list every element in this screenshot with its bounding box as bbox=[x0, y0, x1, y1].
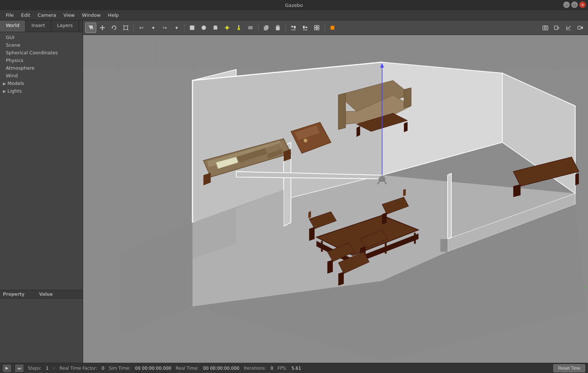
minimize-button[interactable]: – bbox=[563, 1, 570, 8]
menubar: File Edit Camera View Window Help bbox=[0, 10, 588, 20]
tree-item-physics[interactable]: Physics bbox=[0, 57, 83, 64]
tab-layers[interactable]: Layers bbox=[51, 20, 79, 32]
svg-marker-124 bbox=[403, 189, 406, 196]
toolbar-right bbox=[540, 23, 586, 33]
cylinder-button[interactable] bbox=[210, 23, 221, 33]
svg-marker-126 bbox=[327, 260, 333, 274]
sep1 bbox=[133, 24, 134, 32]
svg-line-10 bbox=[123, 30, 124, 30]
close-button[interactable]: ✕ bbox=[579, 1, 586, 8]
left-panel: World Insert Layers GUI Scene Spherical … bbox=[0, 20, 83, 363]
tree-item-models[interactable]: ▶Models bbox=[0, 79, 83, 87]
svg-line-9 bbox=[128, 25, 128, 26]
svg-marker-90 bbox=[448, 174, 451, 239]
svg-marker-6 bbox=[112, 28, 113, 29]
svg-rect-30 bbox=[291, 26, 293, 27]
svg-rect-29 bbox=[277, 25, 279, 27]
undo-button[interactable]: ↩ bbox=[136, 23, 147, 33]
point-light-button[interactable] bbox=[222, 23, 233, 33]
redo-button[interactable]: ↪ bbox=[159, 23, 170, 33]
world-tree: GUI Scene Spherical Coordinates Physics … bbox=[0, 32, 83, 290]
svg-marker-133 bbox=[575, 173, 579, 186]
tree-item-lights[interactable]: ▶Lights bbox=[0, 87, 83, 95]
menu-camera[interactable]: Camera bbox=[34, 11, 60, 19]
svg-marker-2 bbox=[102, 25, 103, 26]
sphere-button[interactable] bbox=[198, 23, 209, 33]
undo-dropdown-button[interactable]: ▾ bbox=[148, 23, 159, 33]
arrow-icon-models: ▶ bbox=[3, 81, 6, 86]
svg-marker-96 bbox=[404, 88, 411, 108]
titlebar: Gazebo – □ ✕ bbox=[0, 0, 588, 10]
sep3 bbox=[258, 24, 258, 32]
svg-marker-3 bbox=[102, 29, 103, 30]
steps-label: Steps: bbox=[28, 366, 42, 371]
maximize-button[interactable]: □ bbox=[571, 1, 578, 8]
copy-button[interactable] bbox=[261, 23, 272, 33]
svg-marker-142 bbox=[440, 239, 448, 252]
align-button[interactable] bbox=[288, 23, 299, 33]
scene-svg bbox=[83, 35, 588, 363]
spot-light-button[interactable] bbox=[233, 23, 244, 33]
properties-header: Property Value bbox=[0, 290, 83, 299]
align2-button[interactable] bbox=[300, 23, 311, 33]
main-layout: World Insert Layers GUI Scene Spherical … bbox=[0, 20, 588, 363]
select-mode-button[interactable] bbox=[85, 23, 96, 33]
svg-rect-27 bbox=[264, 27, 267, 30]
rotate-mode-button[interactable] bbox=[109, 23, 120, 33]
menu-edit[interactable]: Edit bbox=[17, 11, 34, 19]
svg-marker-99 bbox=[404, 122, 408, 132]
menu-file[interactable]: File bbox=[2, 11, 17, 19]
step-button[interactable]: ⏭ bbox=[15, 365, 23, 372]
sim-time-label: Sim Time: bbox=[109, 366, 131, 371]
svg-rect-31 bbox=[294, 26, 296, 28]
orange-button[interactable] bbox=[327, 23, 338, 33]
menu-help[interactable]: Help bbox=[104, 11, 122, 19]
3d-viewport[interactable] bbox=[83, 35, 588, 363]
iterations-value: 0 bbox=[270, 366, 273, 371]
svg-rect-48 bbox=[578, 26, 581, 29]
svg-rect-12 bbox=[190, 26, 194, 30]
menu-view[interactable]: View bbox=[60, 11, 78, 19]
steps-value: 1 bbox=[46, 366, 49, 371]
svg-point-111 bbox=[304, 139, 307, 143]
tree-item-wind[interactable]: Wind bbox=[0, 72, 83, 79]
rtf-label: Real Time Factor: bbox=[59, 366, 97, 371]
viewport-wrapper: ↩ ▾ ↪ ▾ bbox=[83, 20, 588, 363]
video-button[interactable] bbox=[575, 23, 586, 33]
plot-button[interactable] bbox=[563, 23, 574, 33]
dir-light-button[interactable] bbox=[245, 23, 256, 33]
svg-rect-39 bbox=[317, 28, 319, 30]
record-button[interactable] bbox=[552, 23, 562, 33]
menu-window[interactable]: Window bbox=[78, 11, 104, 19]
tree-item-scene[interactable]: Scene bbox=[0, 41, 83, 49]
svg-rect-43 bbox=[544, 26, 546, 26]
redo-dropdown-button[interactable]: ▾ bbox=[171, 23, 182, 33]
svg-rect-7 bbox=[124, 26, 128, 30]
tree-item-atmosphere[interactable]: Atmosphere bbox=[0, 64, 83, 72]
snap-button[interactable] bbox=[311, 23, 322, 33]
tab-insert[interactable]: Insert bbox=[26, 20, 51, 32]
tree-item-gui[interactable]: GUI bbox=[0, 34, 83, 41]
paste-button[interactable] bbox=[272, 23, 283, 33]
real-time-label: Real Time: bbox=[176, 366, 199, 371]
svg-rect-44 bbox=[554, 26, 558, 30]
translate-mode-button[interactable] bbox=[97, 23, 108, 33]
svg-marker-5 bbox=[104, 27, 105, 28]
real-time-value: 00 00:00:00.000 bbox=[203, 366, 240, 371]
svg-rect-41 bbox=[543, 26, 548, 30]
svg-rect-40 bbox=[331, 26, 334, 30]
tree-item-spherical[interactable]: Spherical Coordinates bbox=[0, 49, 83, 57]
reset-time-button[interactable]: Reset Time bbox=[553, 364, 585, 372]
svg-line-11 bbox=[128, 30, 128, 30]
svg-rect-37 bbox=[317, 26, 319, 27]
screenshot-button[interactable] bbox=[540, 23, 551, 33]
window-controls: – □ ✕ bbox=[563, 1, 586, 8]
svg-point-42 bbox=[544, 27, 546, 29]
arrow-icon-lights: ▶ bbox=[3, 89, 6, 94]
svg-line-8 bbox=[123, 25, 124, 26]
svg-marker-98 bbox=[357, 126, 360, 137]
play-button[interactable]: ▶ bbox=[3, 365, 11, 372]
tab-world[interactable]: World bbox=[0, 20, 26, 32]
box-button[interactable] bbox=[187, 23, 198, 33]
scale-mode-button[interactable] bbox=[120, 23, 131, 33]
